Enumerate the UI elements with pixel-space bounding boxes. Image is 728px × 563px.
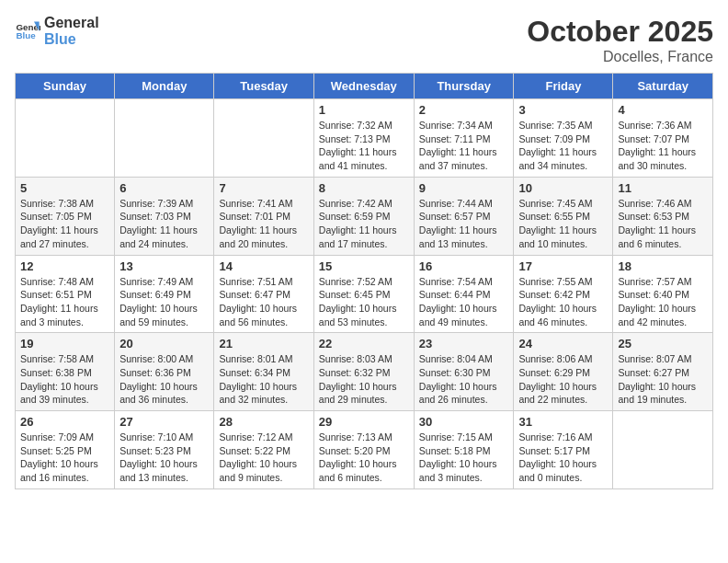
day-number: 9 bbox=[419, 181, 509, 195]
calendar-cell: 8Sunrise: 7:42 AM Sunset: 6:59 PM Daylig… bbox=[313, 177, 414, 255]
calendar-cell: 1Sunrise: 7:32 AM Sunset: 7:13 PM Daylig… bbox=[313, 99, 414, 178]
calendar-cell: 11Sunrise: 7:46 AM Sunset: 6:53 PM Dayli… bbox=[613, 177, 713, 255]
day-info: Sunrise: 7:38 AM Sunset: 7:05 PM Dayligh… bbox=[20, 197, 109, 251]
day-info: Sunrise: 8:00 AM Sunset: 6:36 PM Dayligh… bbox=[119, 352, 209, 407]
day-info: Sunrise: 7:09 AM Sunset: 5:25 PM Dayligh… bbox=[20, 431, 109, 485]
day-number: 3 bbox=[518, 103, 608, 117]
day-of-week-header: Monday bbox=[115, 74, 214, 99]
logo: General Blue General Blue bbox=[15, 15, 99, 47]
calendar-cell bbox=[613, 411, 713, 489]
day-number: 18 bbox=[618, 259, 708, 273]
day-number: 22 bbox=[319, 337, 409, 350]
day-info: Sunrise: 7:35 AM Sunset: 7:09 PM Dayligh… bbox=[518, 119, 608, 173]
day-info: Sunrise: 7:55 AM Sunset: 6:42 PM Dayligh… bbox=[518, 275, 608, 329]
day-info: Sunrise: 7:39 AM Sunset: 7:03 PM Dayligh… bbox=[119, 197, 209, 251]
day-info: Sunrise: 8:06 AM Sunset: 6:29 PM Dayligh… bbox=[518, 352, 608, 407]
calendar-cell: 7Sunrise: 7:41 AM Sunset: 7:01 PM Daylig… bbox=[214, 177, 313, 255]
calendar-cell: 29Sunrise: 7:13 AM Sunset: 5:20 PM Dayli… bbox=[313, 411, 414, 489]
day-number: 27 bbox=[119, 415, 209, 429]
day-number: 11 bbox=[618, 181, 708, 195]
day-info: Sunrise: 8:01 AM Sunset: 6:34 PM Dayligh… bbox=[219, 352, 308, 407]
calendar-cell: 26Sunrise: 7:09 AM Sunset: 5:25 PM Dayli… bbox=[16, 411, 115, 489]
logo-blue: Blue bbox=[44, 31, 99, 48]
day-info: Sunrise: 7:54 AM Sunset: 6:44 PM Dayligh… bbox=[419, 275, 509, 329]
calendar-cell bbox=[214, 99, 313, 178]
calendar-cell: 16Sunrise: 7:54 AM Sunset: 6:44 PM Dayli… bbox=[414, 255, 514, 333]
day-number: 23 bbox=[419, 337, 509, 350]
day-number: 5 bbox=[20, 181, 109, 195]
page-header: General Blue General Blue October 2025 D… bbox=[15, 15, 713, 65]
calendar-cell: 23Sunrise: 8:04 AM Sunset: 6:30 PM Dayli… bbox=[414, 333, 514, 411]
day-number: 13 bbox=[119, 259, 209, 273]
day-number: 8 bbox=[319, 181, 409, 195]
calendar-cell: 28Sunrise: 7:12 AM Sunset: 5:22 PM Dayli… bbox=[214, 411, 313, 489]
calendar-week-row: 5Sunrise: 7:38 AM Sunset: 7:05 PM Daylig… bbox=[16, 177, 713, 255]
calendar-week-row: 12Sunrise: 7:48 AM Sunset: 6:51 PM Dayli… bbox=[16, 255, 713, 333]
calendar-table: SundayMondayTuesdayWednesdayThursdayFrid… bbox=[15, 73, 713, 489]
calendar-cell: 19Sunrise: 7:58 AM Sunset: 6:38 PM Dayli… bbox=[16, 333, 115, 411]
day-number: 14 bbox=[219, 259, 308, 273]
day-number: 12 bbox=[20, 259, 109, 273]
day-of-week-header: Thursday bbox=[414, 74, 514, 99]
calendar-cell: 9Sunrise: 7:44 AM Sunset: 6:57 PM Daylig… bbox=[414, 177, 514, 255]
day-info: Sunrise: 7:42 AM Sunset: 6:59 PM Dayligh… bbox=[319, 197, 409, 251]
day-number: 19 bbox=[20, 337, 109, 350]
calendar-cell: 13Sunrise: 7:49 AM Sunset: 6:49 PM Dayli… bbox=[115, 255, 214, 333]
svg-text:Blue: Blue bbox=[16, 30, 36, 40]
day-info: Sunrise: 7:41 AM Sunset: 7:01 PM Dayligh… bbox=[219, 197, 308, 251]
day-info: Sunrise: 7:49 AM Sunset: 6:49 PM Dayligh… bbox=[119, 275, 209, 329]
calendar-cell bbox=[115, 99, 214, 178]
title-block: October 2025 Docelles, France bbox=[527, 15, 713, 65]
calendar-cell: 10Sunrise: 7:45 AM Sunset: 6:55 PM Dayli… bbox=[514, 177, 613, 255]
day-number: 30 bbox=[419, 415, 509, 429]
calendar-cell: 15Sunrise: 7:52 AM Sunset: 6:45 PM Dayli… bbox=[313, 255, 414, 333]
day-number: 25 bbox=[618, 337, 708, 350]
calendar-cell: 12Sunrise: 7:48 AM Sunset: 6:51 PM Dayli… bbox=[16, 255, 115, 333]
day-info: Sunrise: 7:12 AM Sunset: 5:22 PM Dayligh… bbox=[219, 431, 308, 485]
calendar-week-row: 26Sunrise: 7:09 AM Sunset: 5:25 PM Dayli… bbox=[16, 411, 713, 489]
day-info: Sunrise: 7:10 AM Sunset: 5:23 PM Dayligh… bbox=[119, 431, 209, 485]
day-of-week-header: Wednesday bbox=[313, 74, 414, 99]
calendar-week-row: 1Sunrise: 7:32 AM Sunset: 7:13 PM Daylig… bbox=[16, 99, 713, 178]
day-number: 17 bbox=[518, 259, 608, 273]
day-info: Sunrise: 7:48 AM Sunset: 6:51 PM Dayligh… bbox=[20, 275, 109, 329]
calendar-cell: 17Sunrise: 7:55 AM Sunset: 6:42 PM Dayli… bbox=[514, 255, 613, 333]
day-info: Sunrise: 7:44 AM Sunset: 6:57 PM Dayligh… bbox=[419, 197, 509, 251]
calendar-cell: 2Sunrise: 7:34 AM Sunset: 7:11 PM Daylig… bbox=[414, 99, 514, 178]
calendar-cell: 20Sunrise: 8:00 AM Sunset: 6:36 PM Dayli… bbox=[115, 333, 214, 411]
calendar-cell: 30Sunrise: 7:15 AM Sunset: 5:18 PM Dayli… bbox=[414, 411, 514, 489]
logo-icon: General Blue bbox=[15, 18, 40, 44]
calendar-cell: 3Sunrise: 7:35 AM Sunset: 7:09 PM Daylig… bbox=[514, 99, 613, 178]
calendar-cell bbox=[16, 99, 115, 178]
calendar-cell: 25Sunrise: 8:07 AM Sunset: 6:27 PM Dayli… bbox=[613, 333, 713, 411]
day-number: 26 bbox=[20, 415, 109, 429]
logo-general: General bbox=[44, 15, 99, 31]
day-of-week-header: Saturday bbox=[613, 74, 713, 99]
day-info: Sunrise: 7:36 AM Sunset: 7:07 PM Dayligh… bbox=[618, 119, 708, 173]
day-of-week-header: Friday bbox=[514, 74, 613, 99]
location-title: Docelles, France bbox=[527, 49, 713, 65]
calendar-cell: 4Sunrise: 7:36 AM Sunset: 7:07 PM Daylig… bbox=[613, 99, 713, 178]
day-number: 7 bbox=[219, 181, 308, 195]
day-info: Sunrise: 7:32 AM Sunset: 7:13 PM Dayligh… bbox=[319, 119, 409, 173]
calendar-cell: 27Sunrise: 7:10 AM Sunset: 5:23 PM Dayli… bbox=[115, 411, 214, 489]
day-number: 1 bbox=[319, 103, 409, 117]
calendar-cell: 6Sunrise: 7:39 AM Sunset: 7:03 PM Daylig… bbox=[115, 177, 214, 255]
day-number: 28 bbox=[219, 415, 308, 429]
day-number: 4 bbox=[618, 103, 708, 117]
day-number: 31 bbox=[518, 415, 608, 429]
day-number: 21 bbox=[219, 337, 308, 350]
day-info: Sunrise: 8:07 AM Sunset: 6:27 PM Dayligh… bbox=[618, 352, 708, 407]
day-info: Sunrise: 8:04 AM Sunset: 6:30 PM Dayligh… bbox=[419, 352, 509, 407]
calendar-week-row: 19Sunrise: 7:58 AM Sunset: 6:38 PM Dayli… bbox=[16, 333, 713, 411]
day-info: Sunrise: 8:03 AM Sunset: 6:32 PM Dayligh… bbox=[319, 352, 409, 407]
day-info: Sunrise: 7:45 AM Sunset: 6:55 PM Dayligh… bbox=[518, 197, 608, 251]
day-number: 2 bbox=[419, 103, 509, 117]
day-number: 6 bbox=[119, 181, 209, 195]
day-info: Sunrise: 7:57 AM Sunset: 6:40 PM Dayligh… bbox=[618, 275, 708, 329]
calendar-cell: 18Sunrise: 7:57 AM Sunset: 6:40 PM Dayli… bbox=[613, 255, 713, 333]
day-info: Sunrise: 7:34 AM Sunset: 7:11 PM Dayligh… bbox=[419, 119, 509, 173]
calendar-cell: 24Sunrise: 8:06 AM Sunset: 6:29 PM Dayli… bbox=[514, 333, 613, 411]
day-info: Sunrise: 7:51 AM Sunset: 6:47 PM Dayligh… bbox=[219, 275, 308, 329]
day-info: Sunrise: 7:13 AM Sunset: 5:20 PM Dayligh… bbox=[319, 431, 409, 485]
